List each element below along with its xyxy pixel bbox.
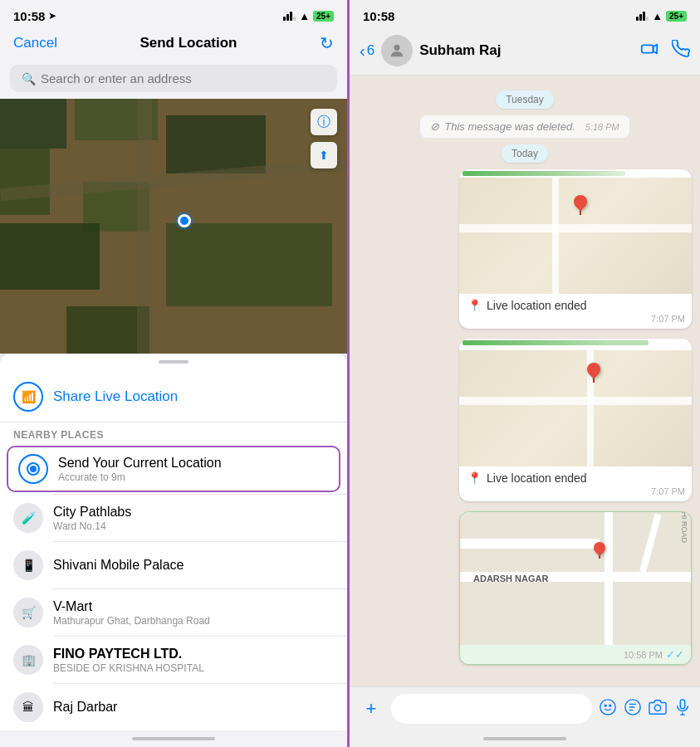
svg-point-6 [654, 705, 660, 710]
contact-name[interactable]: Subham Raj [419, 42, 634, 59]
map-area[interactable]: ⓘ ⬆ [0, 99, 347, 354]
live-ended-text-1: Live location ended [487, 299, 587, 312]
attach-button[interactable]: + [358, 696, 384, 722]
place-icon-city-pathlabs: 🧪 [13, 503, 43, 533]
location-map-preview-1 [459, 178, 692, 294]
search-icon: 🔍 [22, 72, 36, 85]
road-h [459, 397, 692, 405]
camera-button[interactable] [649, 698, 667, 720]
chevron-left-icon: ‹ [360, 42, 365, 61]
cancel-button[interactable]: Cancel [13, 35, 57, 51]
yagardahi-road-label: YAGARDAHI ROAD [680, 512, 688, 543]
place-name: FINO PAYTECH LTD. [53, 647, 334, 662]
road-v [552, 178, 559, 294]
phone-call-button[interactable] [672, 40, 690, 62]
map-block [166, 223, 332, 306]
share-live-text: Share Live Location [53, 388, 178, 405]
bar2 [286, 14, 289, 21]
current-location-item[interactable]: Send Your Current Location Accurate to 9… [7, 446, 340, 492]
place-info: FINO PAYTECH LTD. BESIDE OF KRISHNA HOSP… [53, 647, 334, 674]
person-icon [388, 42, 406, 60]
bottom-sheet: 📶 Share Live Location NEARBY PLACES Send… [0, 354, 347, 730]
location-bubble-row-1: 📍 Live location ended 7:07 PM [358, 169, 692, 332]
bubble-time-2: 7:07 PM [459, 486, 692, 501]
place-sub: BESIDE OF KRISHNA HOSPITAL [53, 662, 334, 674]
bubble-time-1: 7:07 PM [459, 314, 692, 329]
map-bubble-timestamp: 10:58 PM [624, 650, 663, 660]
home-indicator-right [350, 730, 700, 747]
map-bg-main: ADARSH NAGAR YAGARDAHI ROAD [460, 512, 692, 645]
map-bubble-time-row: 10:58 PM ✓✓ [460, 645, 691, 664]
place-item-shivani-mobile[interactable]: 📱 Shivani Mobile Palace [0, 542, 347, 588]
place-info: Shivani Mobile Palace [53, 558, 334, 573]
nearby-places-header: NEARBY PLACES [0, 422, 347, 444]
live-ended-text-2: Live location ended [487, 471, 587, 485]
place-item-vmart[interactable]: 🛒 V-Mart Mathurapur Ghat, Darbhanga Road [0, 589, 347, 636]
current-dot [28, 464, 38, 474]
message-input[interactable] [391, 694, 592, 724]
header-icons [640, 40, 690, 62]
map-bg [459, 178, 692, 294]
whatsapp-header: ‹ 6 Subham Raj [350, 30, 700, 76]
home-indicator-left [0, 730, 347, 747]
sheet-handle [159, 360, 188, 364]
status-time-right: 10:58 [363, 9, 394, 23]
payment-button[interactable] [624, 698, 642, 720]
place-info: City Pathlabs Ward No.14 [53, 505, 334, 532]
deleted-message-time: 5:18 PM [585, 122, 619, 132]
map-pin-dot [178, 214, 191, 227]
search-bar-container: 🔍 [0, 60, 347, 99]
battery-badge-left: 25+ [313, 11, 334, 22]
sticker-button[interactable] [599, 698, 617, 720]
place-icon-shivani: 📱 [13, 550, 43, 580]
map-location-button[interactable]: ⬆ [311, 142, 337, 168]
chat-area[interactable]: Tuesday ⊘ This message was deleted. 5:18… [350, 76, 700, 686]
place-item-raj-darbar[interactable]: 🏛 Raj Darbar [0, 684, 347, 730]
road-diagonal [639, 513, 661, 573]
share-live-icon: 📶 [13, 382, 43, 412]
search-input[interactable] [41, 71, 326, 85]
date-text-tuesday: Tuesday [496, 90, 554, 109]
whatsapp-input-bar: + [350, 686, 700, 730]
map-bubble-inner: ADARSH NAGAR YAGARDAHI ROAD [460, 512, 692, 645]
search-bar[interactable]: 🔍 [10, 65, 337, 92]
location-map-preview-2 [459, 350, 692, 466]
place-name: V-Mart [53, 599, 334, 614]
refresh-button[interactable]: ↻ [320, 33, 334, 53]
status-bar-right: 10:58 ▲ 25+ [350, 0, 700, 30]
svg-rect-1 [642, 45, 653, 52]
deleted-message-row: ⊘ This message was deleted. 5:18 PM [358, 115, 692, 138]
map-bubble[interactable]: ADARSH NAGAR YAGARDAHI ROAD 10:58 PM ✓✓ [459, 511, 692, 665]
read-receipt-icon: ✓✓ [666, 648, 684, 661]
svg-point-0 [394, 45, 399, 51]
contact-avatar[interactable] [381, 35, 413, 66]
location-bubble-row-2: 📍 Live location ended 7:07 PM [358, 339, 692, 505]
svg-point-2 [600, 699, 615, 714]
place-item-city-pathlabs[interactable]: 🧪 City Pathlabs Ward No.14 [0, 495, 347, 541]
bar4 [293, 17, 296, 21]
microphone-button[interactable] [673, 698, 692, 720]
bar2 [639, 14, 642, 21]
back-button[interactable]: ‹ 6 [360, 42, 374, 61]
place-item-fino[interactable]: 🏢 FINO PAYTECH LTD. BESIDE OF KRISHNA HO… [0, 637, 347, 683]
svg-point-3 [605, 705, 606, 706]
place-icon-raj: 🏛 [13, 692, 43, 722]
signal-bars-left [283, 12, 296, 21]
live-location-icon: 📍 [467, 299, 482, 312]
bar3 [643, 12, 645, 21]
location-pin-2 [587, 363, 600, 383]
road-h-2 [460, 539, 600, 549]
deleted-message-bubble: ⊘ This message was deleted. 5:18 PM [420, 115, 629, 138]
location-bubble-2[interactable]: 📍 Live location ended 7:07 PM [459, 339, 692, 501]
location-bubble-1[interactable]: 📍 Live location ended 7:07 PM [459, 169, 692, 329]
video-call-button[interactable] [640, 40, 658, 62]
share-live-location-button[interactable]: 📶 Share Live Location [0, 372, 347, 422]
map-info-button[interactable]: ⓘ [311, 109, 337, 135]
wifi-live-icon: 📶 [22, 390, 36, 403]
date-badge-tuesday: Tuesday [358, 90, 692, 109]
map-pin-head [591, 540, 608, 556]
green-bar-top-2 [463, 340, 649, 345]
location-arrow-icon: ➤ [48, 10, 56, 22]
map-block [0, 223, 100, 290]
date-text-today: Today [502, 144, 548, 163]
